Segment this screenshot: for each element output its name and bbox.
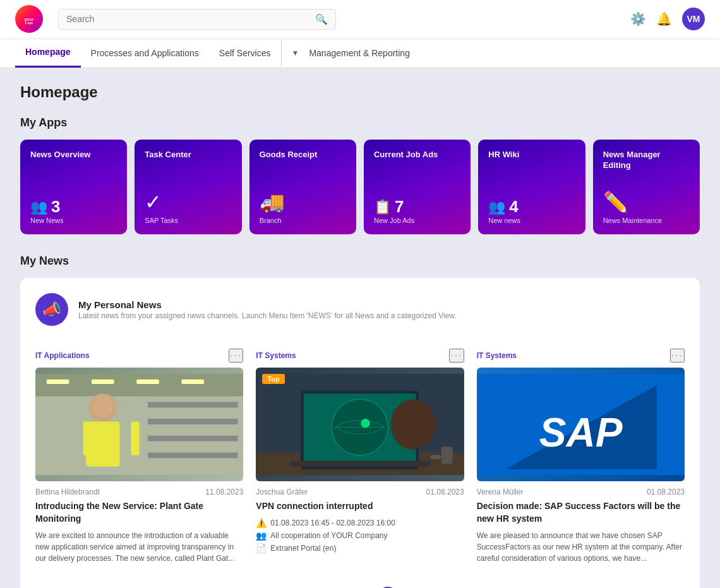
checkmark-icon: ✓ bbox=[145, 190, 231, 214]
svg-point-13 bbox=[93, 395, 113, 418]
news-card-image: SAP bbox=[477, 368, 685, 481]
news-title: Decision made: SAP Success Factors will … bbox=[477, 500, 685, 525]
news-date: 01.08.2023 bbox=[426, 488, 464, 496]
warning-icon: ⚠️ bbox=[256, 518, 267, 528]
search-bar: 🔍 bbox=[58, 9, 336, 30]
news-card-1: IT Systems ··· Top bbox=[256, 349, 464, 564]
personal-news-title: My Personal News bbox=[78, 299, 457, 310]
news-detail-row-0: ⚠️ 01.08.2023 16:45 - 02.08.2023 16:00 bbox=[256, 518, 464, 528]
app-card-label: New news bbox=[488, 217, 575, 224]
nav-dropdown-toggle[interactable]: ▼ bbox=[281, 40, 299, 66]
news-container: 📣 My Personal News Latest news from your… bbox=[20, 278, 700, 588]
document-icon: 📄 bbox=[256, 543, 267, 553]
app-card-label: New News bbox=[30, 217, 117, 224]
news-author: Verena Müller bbox=[477, 488, 524, 496]
svg-rect-11 bbox=[83, 422, 92, 455]
app-card-icon: 👥 bbox=[30, 199, 47, 215]
personal-news-subtitle: Latest news from your assigned news chan… bbox=[78, 311, 457, 320]
news-card-category-label: IT Applications bbox=[35, 351, 90, 360]
news-card-category-row: IT Systems ··· bbox=[477, 349, 685, 363]
svg-rect-6 bbox=[148, 419, 237, 424]
logo[interactable]: your Logo bbox=[15, 5, 43, 33]
truck-icon: 🚚 bbox=[260, 190, 346, 214]
app-card-count: 7 bbox=[395, 197, 404, 217]
news-detail-row-2: 📄 Extranet Portal (en) bbox=[256, 543, 464, 553]
news-meta: Bettina Hildebrandt 11.08.2023 bbox=[35, 488, 243, 496]
header-icons: ⚙️ 🔔 VM bbox=[630, 8, 705, 30]
svg-rect-17 bbox=[181, 380, 204, 384]
news-detail-text: 01.08.2023 16:45 - 02.08.2023 16:00 bbox=[270, 519, 395, 527]
my-apps-title: My Apps bbox=[20, 116, 700, 129]
svg-point-24 bbox=[361, 419, 370, 428]
notifications-button[interactable]: 🔔 bbox=[656, 11, 672, 27]
main-content: Homepage My Apps News Overview 👥 3 New N… bbox=[0, 68, 720, 588]
pagination: › bbox=[35, 577, 685, 588]
news-excerpt: We are excited to announce the introduct… bbox=[35, 530, 243, 564]
apps-grid: News Overview 👥 3 New News Task Center ✓… bbox=[20, 140, 700, 234]
svg-rect-16 bbox=[136, 380, 159, 384]
app-card-count: 3 bbox=[51, 197, 60, 217]
megaphone-icon: 📣 bbox=[35, 293, 68, 326]
news-author: Joschua Gräfer bbox=[256, 488, 308, 496]
news-date: 01.08.2023 bbox=[647, 488, 685, 496]
news-title: Introducing the New Service: Plant Gate … bbox=[35, 500, 243, 525]
app-card-label: News Maintenance bbox=[603, 217, 690, 224]
news-meta: Verena Müller 01.08.2023 bbox=[477, 488, 685, 496]
nav-management[interactable]: Management & Reporting bbox=[299, 39, 420, 67]
app-card-count: 4 bbox=[509, 197, 518, 217]
nav-homepage[interactable]: Homepage bbox=[15, 38, 81, 68]
svg-rect-12 bbox=[131, 422, 139, 455]
app-card-title: Task Center bbox=[145, 150, 231, 160]
people-icon: 👥 bbox=[256, 531, 267, 541]
nav-self-services[interactable]: Self Services bbox=[209, 39, 281, 67]
app-card-title: Current Job Ads bbox=[374, 150, 460, 160]
svg-rect-7 bbox=[148, 436, 237, 441]
news-card-category-label: IT Systems bbox=[477, 351, 517, 360]
app-card-news-overview[interactable]: News Overview 👥 3 New News bbox=[20, 140, 127, 234]
news-card-2: IT Systems ··· SAP Ver bbox=[477, 349, 685, 564]
app-card-label: Branch bbox=[260, 217, 346, 224]
news-card-more-button[interactable]: ··· bbox=[670, 349, 685, 363]
app-card-label: SAP Tasks bbox=[145, 217, 231, 224]
svg-rect-25 bbox=[290, 461, 431, 467]
page-title: Homepage bbox=[20, 83, 700, 101]
app-card-title: Goods Receipt bbox=[260, 150, 346, 160]
svg-point-27 bbox=[430, 455, 441, 459]
news-card-more-button[interactable]: ··· bbox=[229, 349, 243, 363]
news-card-more-button[interactable]: ··· bbox=[449, 349, 464, 363]
news-excerpt: We are pleased to announce that we have … bbox=[477, 530, 685, 564]
news-author: Bettina Hildebrandt bbox=[35, 488, 100, 496]
news-detail-text: All cooperation of YOUR Company bbox=[270, 531, 387, 540]
avatar[interactable]: VM bbox=[682, 8, 705, 30]
app-card-goods-receipt[interactable]: Goods Receipt 🚚 Branch bbox=[249, 140, 356, 234]
svg-text:Logo: Logo bbox=[25, 21, 33, 25]
nav: Homepage Processes and Applications Self… bbox=[0, 38, 720, 68]
news-detail-row-1: 👥 All cooperation of YOUR Company bbox=[256, 531, 464, 541]
svg-rect-15 bbox=[92, 380, 114, 384]
news-header: 📣 My Personal News Latest news from your… bbox=[35, 293, 685, 336]
svg-rect-8 bbox=[148, 453, 237, 459]
svg-rect-14 bbox=[47, 380, 69, 384]
svg-rect-30 bbox=[441, 447, 453, 464]
app-card-title: News Overview bbox=[30, 150, 117, 160]
news-card-category-label: IT Systems bbox=[256, 351, 296, 360]
search-input[interactable] bbox=[66, 14, 315, 24]
edit-icon: ✏️ bbox=[603, 190, 690, 214]
app-card-task-center[interactable]: Task Center ✓ SAP Tasks bbox=[135, 140, 241, 234]
settings-button[interactable]: ⚙️ bbox=[630, 11, 646, 27]
svg-text:SAP: SAP bbox=[539, 410, 622, 455]
news-card-category-row: IT Systems ··· bbox=[256, 349, 464, 363]
app-card-job-ads[interactable]: Current Job Ads 📋 7 New Job Ads bbox=[364, 140, 471, 234]
news-card-image bbox=[35, 368, 243, 481]
app-card-news-manager[interactable]: News Manager Editing ✏️ News Maintenance bbox=[593, 140, 700, 234]
header: your Logo 🔍 ⚙️ 🔔 VM bbox=[0, 0, 720, 38]
chevron-down-icon: ▼ bbox=[292, 49, 299, 57]
nav-processes[interactable]: Processes and Applications bbox=[81, 39, 209, 67]
news-meta: Joschua Gräfer 01.08.2023 bbox=[256, 488, 464, 496]
top-badge: Top bbox=[262, 374, 284, 384]
warehouse-image bbox=[35, 368, 243, 481]
app-card-hr-wiki[interactable]: HR Wiki 👥 4 New news bbox=[478, 140, 585, 234]
search-button[interactable]: 🔍 bbox=[315, 13, 328, 25]
news-header-text: My Personal News Latest news from your a… bbox=[78, 299, 457, 320]
my-news-title: My News bbox=[20, 255, 700, 268]
